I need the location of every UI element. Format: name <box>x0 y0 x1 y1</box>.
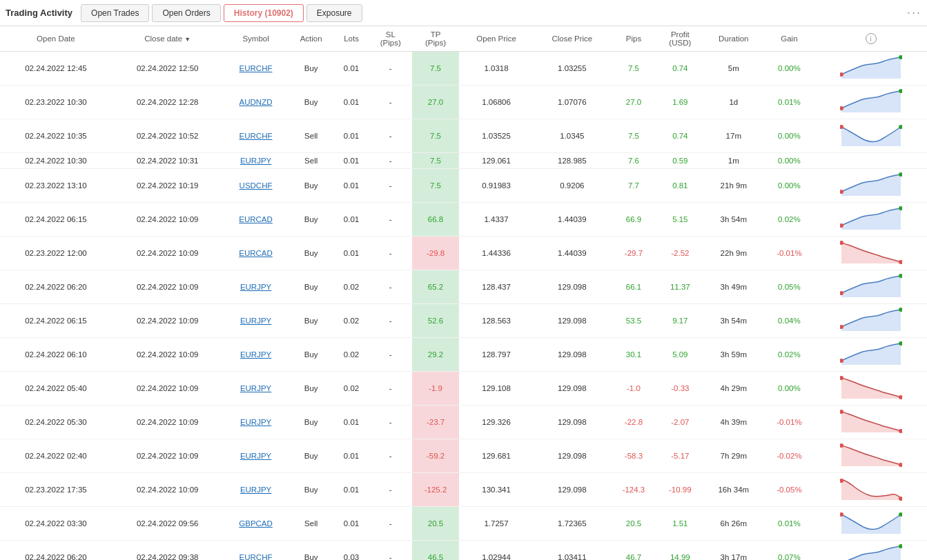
cell-action: Buy <box>289 237 334 270</box>
more-options[interactable]: ··· <box>907 6 921 20</box>
cell-symbol[interactable]: EURJPY <box>224 304 289 338</box>
cell-open-date: 02.23.2022 13:10 <box>0 169 112 203</box>
cell-profit: 0.59 <box>657 153 703 169</box>
cell-gain: 0.00% <box>764 153 815 169</box>
cell-pips: -29.7 <box>610 237 656 270</box>
col-close-price: Close Price <box>534 26 610 52</box>
cell-chart <box>814 406 927 439</box>
cell-close-price: 1.03411 <box>534 541 610 561</box>
cell-chart <box>814 372 927 406</box>
cell-duration: 17m <box>703 119 764 153</box>
cell-symbol[interactable]: GBPCAD <box>224 507 289 541</box>
cell-symbol[interactable]: EURJPY <box>224 270 289 304</box>
cell-action: Buy <box>289 406 334 439</box>
table-row: 02.24.2022 06:15 02.24.2022 10:09 EURCAD… <box>0 203 927 237</box>
cell-pips: 7.7 <box>610 169 656 203</box>
cell-chart <box>814 338 927 372</box>
cell-close-date: 02.24.2022 09:38 <box>112 541 224 561</box>
cell-sl: - <box>369 473 412 507</box>
cell-symbol[interactable]: USDCHF <box>224 169 289 203</box>
cell-symbol[interactable]: EURCAD <box>224 203 289 237</box>
table-row: 02.24.2022 12:45 02.24.2022 12:50 EURCHF… <box>0 52 927 86</box>
cell-pips: 27.0 <box>610 86 656 119</box>
cell-gain: 0.07% <box>764 541 815 561</box>
cell-pips: -58.3 <box>610 439 656 473</box>
cell-profit: 5.15 <box>657 203 703 237</box>
cell-lots: 0.01 <box>334 119 369 153</box>
cell-close-date: 02.24.2022 10:09 <box>112 372 224 406</box>
cell-tp: -23.7 <box>412 406 458 439</box>
cell-open-date: 02.24.2022 02:40 <box>0 439 112 473</box>
cell-symbol[interactable]: EURCHF <box>224 119 289 153</box>
cell-chart <box>814 237 927 270</box>
col-lots: Lots <box>334 26 369 52</box>
cell-close-price: 129.098 <box>534 439 610 473</box>
col-gain: Gain <box>764 26 815 52</box>
tab-history[interactable]: History (10902) <box>224 4 304 22</box>
cell-duration: 7h 29m <box>703 439 764 473</box>
cell-chart <box>814 541 927 561</box>
cell-chart <box>814 270 927 304</box>
col-pips: Pips <box>610 26 656 52</box>
cell-tp: 7.5 <box>412 119 458 153</box>
cell-lots: 0.02 <box>334 372 369 406</box>
cell-duration: 3h 59m <box>703 338 764 372</box>
cell-symbol[interactable]: EURJPY <box>224 406 289 439</box>
cell-chart <box>814 119 927 153</box>
cell-symbol[interactable]: EURCAD <box>224 237 289 270</box>
cell-action: Buy <box>289 169 334 203</box>
cell-close-price: 1.72365 <box>534 507 610 541</box>
cell-action: Buy <box>289 86 334 119</box>
cell-close-price: 129.098 <box>534 406 610 439</box>
cell-symbol[interactable]: EURJPY <box>224 153 289 169</box>
cell-sl: - <box>369 153 412 169</box>
col-tp: TP(Pips) <box>412 26 458 52</box>
info-icon[interactable]: i <box>866 33 877 44</box>
cell-pips: -124.3 <box>610 473 656 507</box>
cell-open-price: 1.06806 <box>459 86 534 119</box>
cell-symbol[interactable]: EURJPY <box>224 439 289 473</box>
cell-duration: 4h 39m <box>703 406 764 439</box>
cell-open-date: 02.23.2022 12:00 <box>0 237 112 270</box>
cell-profit: 11.37 <box>657 270 703 304</box>
cell-close-price: 1.03255 <box>534 52 610 86</box>
col-profit: Profit(USD) <box>657 26 703 52</box>
cell-sl: - <box>369 439 412 473</box>
cell-duration: 3h 49m <box>703 270 764 304</box>
col-open-date: Open Date <box>0 26 112 52</box>
sort-arrow-close-date: ▼ <box>184 36 191 43</box>
cell-close-date: 02.24.2022 12:50 <box>112 52 224 86</box>
cell-open-price: 1.02944 <box>459 541 534 561</box>
cell-tp: 7.5 <box>412 153 458 169</box>
col-close-date[interactable]: Close date ▼ <box>112 26 224 52</box>
cell-symbol[interactable]: EURJPY <box>224 473 289 507</box>
col-info[interactable]: i <box>814 26 927 52</box>
tab-open-orders[interactable]: Open Orders <box>152 4 220 22</box>
cell-action: Buy <box>289 439 334 473</box>
cell-open-date: 02.24.2022 06:10 <box>0 338 112 372</box>
cell-open-price: 1.7257 <box>459 507 534 541</box>
cell-gain: 0.02% <box>764 203 815 237</box>
table-row: 02.24.2022 06:20 02.24.2022 10:09 EURJPY… <box>0 270 927 304</box>
cell-sl: - <box>369 406 412 439</box>
cell-gain: -0.01% <box>764 406 815 439</box>
cell-sl: - <box>369 507 412 541</box>
page-title: Trading Activity <box>6 8 72 18</box>
cell-pips: 7.6 <box>610 153 656 169</box>
cell-open-price: 129.108 <box>459 372 534 406</box>
cell-symbol[interactable]: AUDNZD <box>224 86 289 119</box>
cell-pips: -1.0 <box>610 372 656 406</box>
tab-exposure[interactable]: Exposure <box>306 4 362 22</box>
cell-symbol[interactable]: EURCHF <box>224 541 289 561</box>
cell-symbol[interactable]: EURJPY <box>224 372 289 406</box>
cell-open-date: 02.24.2022 06:15 <box>0 203 112 237</box>
cell-action: Buy <box>289 473 334 507</box>
cell-symbol[interactable]: EURJPY <box>224 338 289 372</box>
cell-tp: -59.2 <box>412 439 458 473</box>
cell-chart <box>814 86 927 119</box>
tab-open-trades[interactable]: Open Trades <box>81 4 149 22</box>
cell-symbol[interactable]: EURCHF <box>224 52 289 86</box>
cell-tp: 52.6 <box>412 304 458 338</box>
cell-open-price: 129.061 <box>459 153 534 169</box>
col-duration: Duration <box>703 26 764 52</box>
